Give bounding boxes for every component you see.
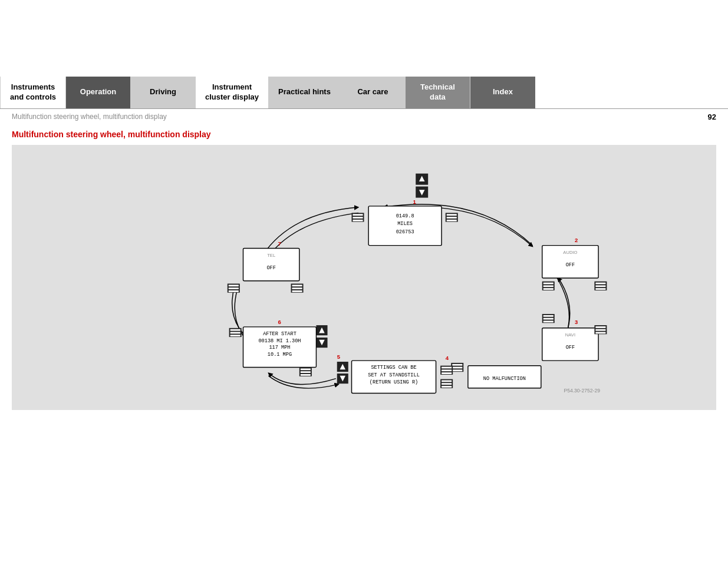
node5-line1: SETTINGS CAN BE (371, 365, 416, 371)
page-title: Multifunction steering wheel, multifunct… (12, 130, 716, 139)
icon-right-node5-l3 (442, 372, 452, 374)
node1-label: 1 (413, 199, 416, 205)
arc-6-to-5-return (268, 376, 338, 388)
node7-title: TEL (267, 253, 275, 258)
icon-above-node3-l2 (543, 318, 554, 319)
icon-below-node6-l3 (301, 374, 311, 376)
icon-left-node4-l2 (452, 366, 462, 368)
nav-item-car-care[interactable]: Car care (341, 77, 406, 108)
icon-left-line3 (353, 220, 363, 222)
icon-left-line2 (353, 217, 363, 219)
node2-line1: OFF (566, 262, 575, 268)
node3-line1: OFF (566, 345, 575, 351)
node6-line1: AFTER START (263, 331, 297, 337)
node2-title: AUDIO (563, 250, 577, 255)
nav-item-driving[interactable]: Driving (131, 77, 196, 108)
icon-below-node2-l3 (543, 288, 554, 290)
icon-right-node3-l1 (595, 326, 605, 328)
icon-left-line1 (353, 214, 363, 216)
icon-above-node3-l1 (543, 315, 554, 317)
icon-right-node2-l3 (595, 288, 605, 290)
node6-line4: 10.1 MPG (268, 351, 292, 357)
node5-label: 5 (337, 353, 341, 360)
node1-line3: 026753 (396, 229, 414, 234)
node5-line3: (RETURN USING R) (370, 379, 418, 385)
nav-item-practical-hints[interactable]: Practical hints (269, 77, 341, 108)
node4-line1: NO MALFUNCTION (483, 375, 526, 381)
nav-item-technical-data[interactable]: Technical data (406, 77, 470, 108)
ref-code: P54.30-2752-29 (564, 388, 600, 394)
icon-left-area-l2 (229, 287, 239, 289)
breadcrumb: Multifunction steering wheel, multifunct… (0, 109, 728, 125)
nav-item-operation[interactable]: Operation (66, 77, 131, 108)
icon-left-area-l1 (229, 285, 239, 286)
node3-title: NAVI (565, 332, 575, 338)
icon-below-node2-l1 (543, 282, 554, 284)
icon-below-node2-l2 (543, 285, 554, 287)
node1-line2: MILES (397, 221, 413, 227)
node5-line2: SET AT STANDSTILL (368, 372, 420, 378)
icon-left-node6-l2 (230, 332, 241, 333)
node1-line1: 0149.8 (396, 213, 414, 219)
diagram-svg: 1 0149.8 MILES 026753 2 AUDIO OFF 3 NAVI (24, 157, 704, 398)
node7-label: 7 (278, 240, 281, 246)
node4-label: 4 (446, 355, 449, 361)
icon-below-node5-l2 (442, 383, 452, 385)
icon-left-node4-l1 (452, 364, 462, 366)
icon-right-node3-l2 (595, 329, 605, 331)
icon-left-node6-l3 (230, 335, 241, 336)
node6-line2: 00138 MI 1.30H (258, 338, 301, 343)
diagram-container: 1 0149.8 MILES 026753 2 AUDIO OFF 3 NAVI (12, 145, 716, 410)
icon-line1-node1 (447, 214, 457, 216)
icon-below-node6-l1 (301, 368, 311, 370)
icon-right-node3-l3 (595, 332, 605, 333)
icon-below-node5-l1 (442, 380, 452, 382)
icon-right-node5-l2 (442, 369, 452, 371)
node6-label: 6 (278, 319, 281, 325)
node7-line1: OFF (266, 265, 275, 270)
icon-line2-node1 (447, 217, 457, 219)
nav-item-instrument-cluster[interactable]: Instrument cluster display (196, 77, 269, 108)
node2-label: 2 (575, 237, 578, 243)
icon-right-node2-l2 (595, 285, 605, 287)
icon-below-node5-l3 (442, 386, 452, 388)
icon-left-node4-l3 (452, 369, 462, 371)
nav-bar: Instruments and controls Operation Drivi… (0, 77, 728, 109)
icon-right-node5-l1 (442, 366, 452, 368)
nav-item-index[interactable]: Index (470, 77, 535, 108)
icon-above-node3-l3 (543, 320, 554, 322)
icon-below-node7-l3 (292, 290, 302, 292)
icon-left-area-l3 (229, 290, 239, 292)
icon-below-node7-l2 (292, 287, 302, 289)
icon-left-node6-l1 (230, 329, 241, 331)
icon-right-node2-l1 (595, 282, 605, 284)
icon-below-node7-l1 (292, 285, 302, 286)
node3-label: 3 (575, 319, 578, 325)
icon-line3-node1 (447, 220, 457, 222)
nav-item-instruments[interactable]: Instruments and controls (0, 77, 66, 108)
node6-line3: 117 MPH (269, 345, 290, 351)
icon-below-node6-l2 (301, 371, 311, 373)
